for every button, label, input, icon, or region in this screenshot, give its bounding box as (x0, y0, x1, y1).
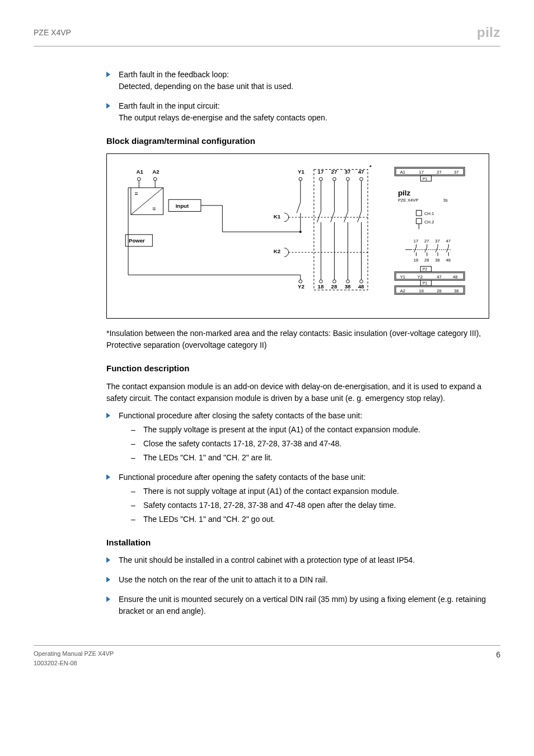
svg-point-16 (299, 177, 302, 180)
sub-item: Close the safety contacts 17-18, 27-28, … (131, 438, 489, 450)
svg-line-59 (344, 211, 348, 222)
bullet-text: Functional procedure after closing the s… (119, 411, 362, 420)
svg-text:27: 27 (424, 239, 429, 244)
svg-line-56 (331, 211, 335, 222)
svg-point-25 (360, 279, 363, 283)
svg-point-21 (299, 279, 302, 283)
svg-text:38: 38 (454, 288, 459, 293)
svg-text:K2: K2 (274, 248, 280, 254)
svg-text:A2: A2 (152, 169, 159, 175)
list-item: Functional procedure after closing the s… (106, 410, 489, 464)
svg-point-18 (333, 177, 336, 180)
svg-text:CH.1: CH.1 (424, 211, 434, 216)
sub-item: The LEDs "CH. 1" and "CH. 2" go out. (131, 514, 489, 525)
installation-bullet-list: The unit should be installed in a contro… (106, 554, 489, 617)
svg-text:P1: P1 (423, 176, 427, 180)
diagram-svg: A1 A2 Y1 17 27 37 47 * Y2 18 28 38 48 (115, 162, 481, 307)
svg-point-24 (346, 279, 350, 283)
svg-text:P2: P2 (423, 267, 427, 271)
svg-point-20 (360, 177, 363, 180)
svg-line-62 (358, 211, 362, 222)
footer-line1: Operating Manual PZE X4VP (34, 649, 114, 659)
sub-list: The supply voltage is present at the inp… (119, 424, 489, 464)
bullet-body: The output relays de-energise and the sa… (119, 113, 327, 122)
bullet-title: Earth fault in the feedback loop: (119, 70, 229, 79)
svg-text:PZE X4VP: PZE X4VP (398, 198, 419, 203)
svg-text:pilz: pilz (398, 188, 411, 197)
section-heading-installation: Installation (106, 536, 489, 549)
header-product: PZE X4VP (34, 27, 71, 39)
main-content: Earth fault in the feedback loop: Detect… (106, 69, 489, 617)
list-item: Earth fault in the input circuit: The ou… (106, 100, 489, 124)
section-heading-function: Function description (106, 362, 489, 375)
svg-point-14 (137, 177, 140, 180)
function-paragraph: The contact expansion module is an add-o… (106, 381, 489, 404)
svg-text:Y1: Y1 (400, 274, 405, 279)
svg-text:=: = (152, 206, 156, 212)
svg-text:Power: Power (129, 237, 145, 244)
svg-text:28: 28 (437, 288, 442, 293)
svg-text:Input: Input (176, 202, 189, 208)
svg-point-17 (319, 177, 322, 180)
intro-bullet-list: Earth fault in the feedback loop: Detect… (106, 69, 489, 124)
page-footer: Operating Manual PZE X4VP 1003202-EN-08 … (34, 645, 500, 668)
bullet-body: Detected, depending on the base unit tha… (119, 82, 293, 91)
svg-text:17: 17 (414, 239, 419, 244)
svg-text:37: 37 (454, 170, 459, 175)
block-diagram: A1 A2 Y1 17 27 37 47 * Y2 18 28 38 48 (106, 153, 489, 319)
svg-text:47: 47 (437, 274, 442, 279)
svg-text:Y1: Y1 (298, 169, 305, 175)
page-number: 6 (496, 649, 500, 661)
svg-text:A1: A1 (136, 169, 143, 175)
svg-text:47: 47 (446, 239, 451, 244)
brand-logo: pilz (477, 22, 500, 43)
svg-text:38: 38 (435, 257, 440, 262)
sub-item: Safety contacts 17-18, 27-28, 37-38 and … (131, 500, 489, 511)
bullet-text: Functional procedure after opening the s… (119, 473, 366, 482)
page-header: PZE X4VP pilz (34, 22, 500, 46)
bullet-title: Earth fault in the input circuit: (119, 101, 220, 110)
svg-text:Y2: Y2 (418, 274, 423, 279)
sub-list: There is not supply voltage at input (A1… (119, 486, 489, 525)
svg-point-19 (346, 177, 350, 180)
svg-text:18: 18 (414, 257, 419, 262)
svg-text:18: 18 (318, 283, 324, 290)
svg-text:48: 48 (358, 283, 364, 290)
svg-point-15 (153, 177, 157, 180)
sub-item: There is not supply voltage at input (A1… (131, 486, 489, 497)
svg-text:Y2: Y2 (298, 283, 305, 290)
svg-text:A2: A2 (400, 288, 405, 293)
svg-text:A1: A1 (400, 170, 405, 175)
svg-text:38: 38 (345, 283, 351, 290)
list-item: Use the notch on the rear of the unit to… (106, 574, 489, 586)
list-item: Functional procedure after opening the s… (106, 472, 489, 525)
svg-text:CH.2: CH.2 (424, 219, 434, 224)
svg-text:P1: P1 (423, 281, 427, 285)
svg-line-53 (317, 211, 321, 222)
svg-text:28: 28 (424, 257, 429, 262)
list-item: Ensure the unit is mounted securely on a… (106, 594, 489, 617)
svg-text:27: 27 (437, 170, 442, 175)
svg-text:17: 17 (419, 170, 424, 175)
insulation-note: *Insulation between the non-marked area … (106, 328, 489, 351)
svg-point-23 (333, 279, 336, 283)
svg-text:K1: K1 (274, 213, 281, 219)
svg-text:28: 28 (331, 283, 338, 290)
svg-point-22 (319, 279, 322, 283)
svg-line-46 (297, 202, 301, 213)
footer-line2: 1003202-EN-08 (34, 659, 114, 668)
svg-text:18: 18 (419, 288, 424, 293)
svg-text:*: * (369, 163, 372, 169)
svg-text:48: 48 (446, 257, 451, 262)
section-heading-block-diagram: Block diagram/terminal configuration (106, 135, 489, 148)
svg-text:37: 37 (435, 239, 440, 244)
svg-text:3s: 3s (443, 198, 448, 203)
function-bullet-list: Functional procedure after closing the s… (106, 410, 489, 525)
sub-item: The supply voltage is present at the inp… (131, 424, 489, 436)
footer-left: Operating Manual PZE X4VP 1003202-EN-08 (34, 649, 114, 668)
svg-text:48: 48 (453, 274, 458, 279)
svg-rect-77 (416, 218, 422, 223)
sub-item: The LEDs "CH. 1" and "CH. 2" are lit. (131, 452, 489, 464)
svg-text:=: = (135, 190, 138, 197)
list-item: The unit should be installed in a contro… (106, 554, 489, 566)
